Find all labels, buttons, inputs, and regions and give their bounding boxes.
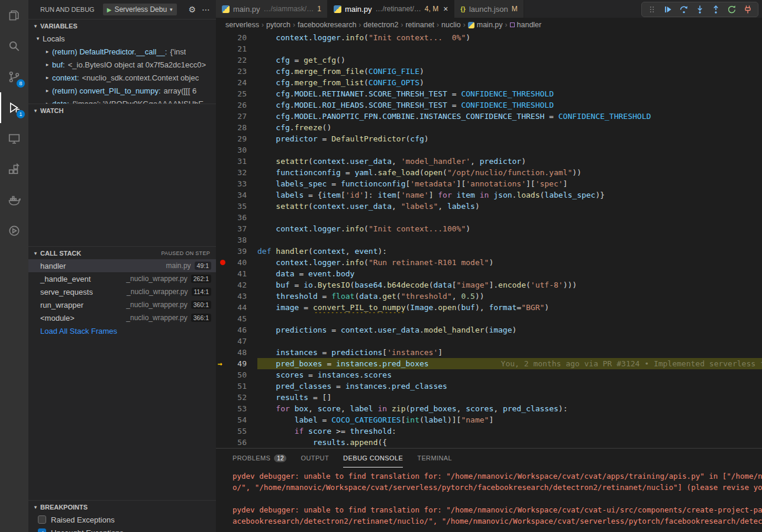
line-number[interactable]: 26 — [216, 99, 247, 111]
line-number[interactable]: 24 — [216, 77, 247, 88]
stack-frame[interactable]: serve_requests_nuclio_wrapper.py114:1 — [28, 285, 216, 298]
code-line[interactable]: 51 pred_classes = instances.pred_classes — [216, 381, 762, 392]
code-line[interactable]: 23 cfg.merge_from_file(CONFIG_FILE) — [216, 66, 762, 77]
gutter[interactable]: 25 — [216, 88, 257, 99]
gutter[interactable]: 40 — [216, 257, 257, 268]
line-number[interactable]: 53 — [216, 403, 247, 414]
gutter[interactable]: 34 — [216, 189, 257, 201]
gutter[interactable]: 20 — [216, 32, 257, 43]
code-line[interactable]: 46 predictions = context.user_data.model… — [216, 324, 762, 336]
gutter[interactable]: 42 — [216, 279, 257, 291]
line-number[interactable]: 56 — [216, 437, 247, 448]
line-number[interactable]: 28 — [216, 122, 247, 133]
line-number[interactable]: 30 — [216, 144, 247, 156]
line-number[interactable]: 49 — [216, 358, 247, 369]
code-line[interactable]: 36 — [216, 212, 762, 223]
gutter[interactable]: 32 — [216, 167, 257, 178]
variables-section-header[interactable]: ▾ VARIABLES — [28, 19, 216, 32]
stack-frame[interactable]: run_wrapper_nuclio_wrapper.py360:1 — [28, 298, 216, 311]
gutter[interactable]: 53 — [216, 403, 257, 414]
line-number[interactable]: 39 — [216, 246, 247, 257]
panel-tab[interactable]: TERMINAL — [417, 449, 452, 467]
search-icon[interactable] — [0, 31, 28, 62]
code-line[interactable]: 35 setattr(context.user_data, "labels", … — [216, 201, 762, 212]
line-number[interactable]: 25 — [216, 88, 247, 99]
variable-row[interactable]: ▸(return) convert_PIL_to_numpy:array([[[… — [28, 84, 216, 97]
call-stack-section-header[interactable]: ▾ CALL STACK PAUSED ON STEP — [28, 246, 216, 259]
stack-frame[interactable]: _handle_event_nuclio_wrapper.py262:1 — [28, 272, 216, 285]
gutter[interactable]: 28 — [216, 122, 257, 133]
code-line[interactable]: 44 image = convert_PIL_to_numpy(Image.op… — [216, 302, 762, 313]
stack-frame[interactable]: handlermain.py49:1 — [28, 259, 216, 272]
code-line[interactable]: 41 data = event.body — [216, 268, 762, 279]
checkbox[interactable] — [38, 515, 46, 524]
code-line[interactable]: 55 if score >= threshold: — [216, 425, 762, 437]
breakpoints-section-header[interactable]: ▾ BREAKPOINTS — [28, 500, 216, 513]
gutter[interactable]: 35 — [216, 201, 257, 212]
more-actions-icon[interactable]: ⋯ — [202, 5, 210, 14]
code-line[interactable]: 31 setattr(context.user_data, 'model_han… — [216, 156, 762, 167]
docker-icon[interactable] — [0, 185, 28, 215]
line-number[interactable]: 40 — [216, 257, 247, 268]
gutter[interactable]: 46 — [216, 324, 257, 336]
breadcrumb-item[interactable]: serverless — [225, 21, 259, 29]
line-number[interactable]: 45 — [216, 313, 247, 324]
code-line[interactable]: 43 threshold = float(data.get("threshold… — [216, 291, 762, 302]
line-number[interactable]: 38 — [216, 234, 247, 246]
gutter[interactable]: 55 — [216, 425, 257, 437]
editor-tab[interactable]: main.py…/retinanet/…4, M× — [328, 0, 454, 18]
gutter[interactable]: 22 — [216, 54, 257, 66]
code-line[interactable]: 34 labels = {item['id']: item['name'] fo… — [216, 189, 762, 201]
code-line[interactable]: 25 cfg.MODEL.RETINANET.SCORE_THRESH_TEST… — [216, 88, 762, 99]
gutter[interactable]: 39 — [216, 246, 257, 257]
line-number[interactable]: 47 — [216, 336, 247, 347]
line-number[interactable]: 21 — [216, 43, 247, 54]
line-number[interactable]: 29 — [216, 133, 247, 144]
debug-config-dropdown[interactable]: ▶ Serverless Debu ▾ — [103, 4, 177, 15]
line-number[interactable]: 52 — [216, 392, 247, 403]
watch-section-header[interactable]: ▾ WATCH — [28, 104, 216, 117]
source-control-icon[interactable]: 8 — [0, 62, 28, 92]
code-line[interactable]: 53 for box, score, label in zip(pred_box… — [216, 403, 762, 414]
gutter[interactable]: 47 — [216, 336, 257, 347]
line-number[interactable]: 31 — [216, 156, 247, 167]
code-line[interactable]: 50 scores = instances.scores — [216, 369, 762, 381]
line-number[interactable]: 55 — [216, 425, 247, 437]
gutter[interactable]: 26 — [216, 99, 257, 111]
line-number[interactable]: 54 — [216, 414, 247, 425]
variable-row[interactable]: ▸data:{'image': 'iVBORw0KGgoAAAANSUhE — [28, 97, 216, 104]
gutter[interactable]: 27 — [216, 111, 257, 122]
code-line[interactable]: 27 cfg.MODEL.PANOPTIC_FPN.COMBINE.INSTAN… — [216, 111, 762, 122]
code-line[interactable]: 47 — [216, 336, 762, 347]
breadcrumb-item[interactable]: retinanet — [405, 21, 434, 29]
editor-tab[interactable]: main.py…/siammask/…1 — [216, 0, 328, 18]
gutter[interactable]: 50 — [216, 369, 257, 381]
editor-tab[interactable]: {}launch.jsonM — [454, 0, 524, 18]
code-line[interactable]: 40 context.logger.info("Run retinanet-R1… — [216, 257, 762, 268]
gutter[interactable]: 56 — [216, 437, 257, 448]
line-number[interactable]: 33 — [216, 178, 247, 189]
close-icon[interactable]: × — [443, 4, 448, 14]
gutter[interactable]: 41 — [216, 268, 257, 279]
line-number[interactable]: 23 — [216, 66, 247, 77]
gutter[interactable]: 21 — [216, 43, 257, 54]
line-number[interactable]: 34 — [216, 189, 247, 201]
code-line[interactable]: 37 context.logger.info("Init context...1… — [216, 223, 762, 234]
variable-row[interactable]: ▸buf:<_io.BytesIO object at 0x7f5a2dc1ec… — [28, 58, 216, 71]
line-number[interactable]: 50 — [216, 369, 247, 381]
code-line[interactable]: 30 — [216, 144, 762, 156]
gutter[interactable]: 48 — [216, 347, 257, 358]
code-line[interactable]: 54 label = COCO_CATEGORIES[int(label)]["… — [216, 414, 762, 425]
breakpoint-row[interactable]: Raised Exceptions — [28, 513, 216, 526]
line-number[interactable]: 32 — [216, 167, 247, 178]
code-line[interactable]: 32 functionconfig = yaml.safe_load(open(… — [216, 167, 762, 178]
step-out-button[interactable] — [711, 4, 721, 15]
line-number[interactable]: 20 — [216, 32, 247, 43]
variable-row[interactable]: ▸(return) DefaultPredictor.__call__:{'in… — [28, 45, 216, 58]
code-line[interactable]: 33 labels_spec = functionconfig['metadat… — [216, 178, 762, 189]
step-over-button[interactable] — [679, 4, 689, 15]
gutter[interactable]: 30 — [216, 144, 257, 156]
code-line[interactable]: 24 cfg.merge_from_list(CONFIG_OPTS) — [216, 77, 762, 88]
code-line[interactable]: 28 cfg.freeze() — [216, 122, 762, 133]
line-number[interactable]: 22 — [216, 54, 247, 66]
